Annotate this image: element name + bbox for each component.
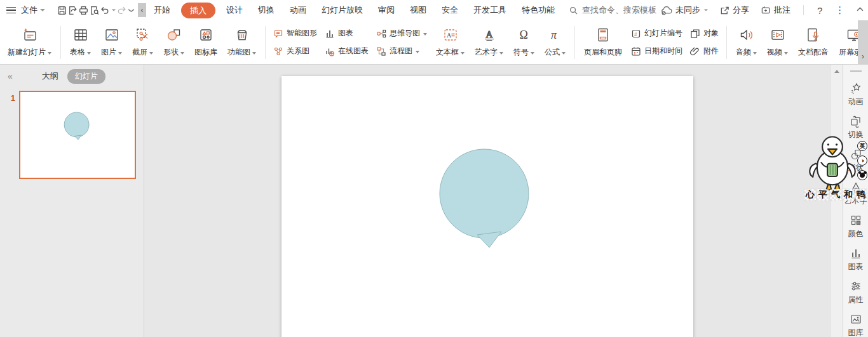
header-footer-button[interactable]: 页眉和页脚 <box>579 22 627 63</box>
object-button[interactable]: 对象 <box>690 27 719 40</box>
chart-button[interactable]: 图表 <box>325 27 369 40</box>
language-badge[interactable]: 英 <box>857 141 867 151</box>
scroll-up-icon[interactable] <box>834 70 839 73</box>
smart-graphics-button[interactable]: 智能图形 <box>273 27 317 40</box>
doc-voice-icon <box>805 27 822 43</box>
sidebar-item-animation[interactable]: 动画 <box>848 82 864 107</box>
share-button[interactable]: 分享 <box>715 4 754 16</box>
ribbon-group-divider <box>60 26 61 59</box>
svg-text:A: A <box>447 32 452 39</box>
audio-icon <box>738 27 755 43</box>
tab-outline[interactable]: 大纲 <box>42 70 58 82</box>
tab-transition[interactable]: 切换 <box>250 0 282 20</box>
tab-special-features[interactable]: 特色功能 <box>514 0 562 20</box>
audio-button[interactable]: 音频 <box>731 22 762 63</box>
picture-button[interactable]: 图片 <box>96 22 127 63</box>
ribbon-group-divider <box>265 26 266 59</box>
mind-map-label: 思维导图 <box>390 28 420 39</box>
doc-voice-button[interactable]: 文档配音 <box>793 22 834 63</box>
header-footer-icon <box>595 27 611 43</box>
dropdown-caret-icon <box>461 52 465 55</box>
transition-icon <box>850 115 862 128</box>
collapse-ribbon-button[interactable] <box>852 5 868 15</box>
symbol-label: 符号 <box>513 47 529 58</box>
doc-voice-label: 文档配音 <box>798 47 829 58</box>
function-diagram-icon <box>234 27 250 43</box>
ribbon-expand-button[interactable]: › <box>858 20 868 65</box>
save-button[interactable] <box>57 3 67 18</box>
tab-insert[interactable]: 插入 <box>181 3 215 18</box>
slide-canvas[interactable] <box>281 76 693 337</box>
tab-dev-tools[interactable]: 开发工具 <box>466 0 514 20</box>
sidebar-item-word-art[interactable]: 艺术字 <box>844 181 867 206</box>
tab-design[interactable]: 设计 <box>219 0 250 20</box>
mind-map-button[interactable]: 思维导图 <box>376 27 427 40</box>
text-box-label: 文本框 <box>436 47 459 58</box>
sidebar-item-transition[interactable]: 切换 <box>848 115 864 140</box>
file-menu[interactable]: 文件 <box>21 4 45 16</box>
tab-animation[interactable]: 动画 <box>282 0 314 20</box>
search-input[interactable]: 查找命令、搜索模板 <box>569 4 656 16</box>
main-content: « 大纲 幻灯片 1 <box>0 65 868 337</box>
comment-button[interactable]: 批注 <box>756 4 795 16</box>
mickey-badge[interactable] <box>857 170 867 180</box>
vertical-scrollbar[interactable] <box>830 65 843 337</box>
dropdown-caret-icon <box>48 52 51 55</box>
print-preview-button[interactable] <box>89 3 100 18</box>
screenshot-button[interactable]: 截屏 <box>127 22 158 63</box>
formula-button[interactable]: π 公式 <box>539 22 571 63</box>
svg-text:π: π <box>551 29 557 41</box>
ribbon-tabstrip: ‹ 开始 插入 设计 切换 动画 幻灯片放映 审阅 视图 安全 开发工具 特色功… <box>138 0 562 20</box>
comment-label: 批注 <box>774 4 790 16</box>
tab-view[interactable]: 视图 <box>402 0 434 20</box>
shapes-button[interactable]: 形状 <box>158 22 189 63</box>
redo-button[interactable] <box>116 3 127 18</box>
video-button[interactable]: 视频 <box>762 22 793 63</box>
more-options-button[interactable]: ⋮ <box>830 4 850 16</box>
tab-slideshow[interactable]: 幻灯片放映 <box>314 0 370 20</box>
oval-callout-shape[interactable] <box>281 76 693 337</box>
quickbar-more-button[interactable] <box>127 3 135 18</box>
online-chart-icon <box>325 46 335 56</box>
tabstrip-collapse-button[interactable]: ‹ <box>138 3 146 17</box>
online-chart-button[interactable]: 在线图表 <box>325 45 369 58</box>
ribbon-group-divider <box>726 26 727 59</box>
word-art-label: 艺术字 <box>475 47 498 58</box>
table-button[interactable]: 表格 <box>65 22 96 63</box>
tab-security[interactable]: 安全 <box>434 0 466 20</box>
relation-diagram-button[interactable]: 关系图 <box>273 45 317 58</box>
tab-home[interactable]: 开始 <box>146 0 178 20</box>
slide-thumbnail[interactable] <box>19 91 136 179</box>
slide-number-button[interactable]: # 幻灯片编号 <box>631 27 682 40</box>
symbol-icon: Ω <box>516 27 532 43</box>
text-box-button[interactable]: A 文本框 <box>431 22 470 63</box>
export-button[interactable] <box>67 3 78 18</box>
dropdown-caret-icon <box>753 52 757 55</box>
dropdown-caret-icon <box>531 52 534 55</box>
help-button[interactable]: ? <box>812 5 827 16</box>
flow-chart-button[interactable]: 流程图 <box>376 45 427 58</box>
panel-collapse-button[interactable]: « <box>8 71 13 81</box>
sync-status-button[interactable]: 未同步 <box>656 4 713 16</box>
half-moon-badge[interactable]: ◑ <box>857 155 867 166</box>
word-art-button[interactable]: A 艺术字 <box>470 22 508 63</box>
sidebar-item-color[interactable]: 颜色 <box>848 214 864 239</box>
hamburger-menu-icon[interactable] <box>6 7 16 14</box>
chevron-up-icon <box>856 5 864 13</box>
attachment-button[interactable]: 附件 <box>690 45 719 58</box>
symbol-button[interactable]: Ω 符号 <box>508 22 539 63</box>
print-button[interactable] <box>78 3 89 18</box>
date-time-button[interactable]: 日期和时间 <box>631 45 682 58</box>
function-diagram-button[interactable]: 功能图 <box>222 22 261 63</box>
sidebar-drag-handle[interactable] <box>850 70 862 72</box>
sidebar-item-properties[interactable]: 属性 <box>848 280 864 305</box>
shapes-label: 形状 <box>163 47 179 58</box>
icon-library-button[interactable]: 图标库 <box>189 22 222 63</box>
mind-map-icon <box>376 29 386 39</box>
tab-review[interactable]: 审阅 <box>370 0 402 20</box>
new-slide-button[interactable]: 新建幻灯片 <box>3 22 57 63</box>
tab-slides[interactable]: 幻灯片 <box>67 69 105 84</box>
sidebar-item-gallery[interactable]: 图库 <box>848 313 864 337</box>
sidebar-item-chart[interactable]: 图表 <box>848 247 864 272</box>
undo-button[interactable] <box>100 3 116 18</box>
